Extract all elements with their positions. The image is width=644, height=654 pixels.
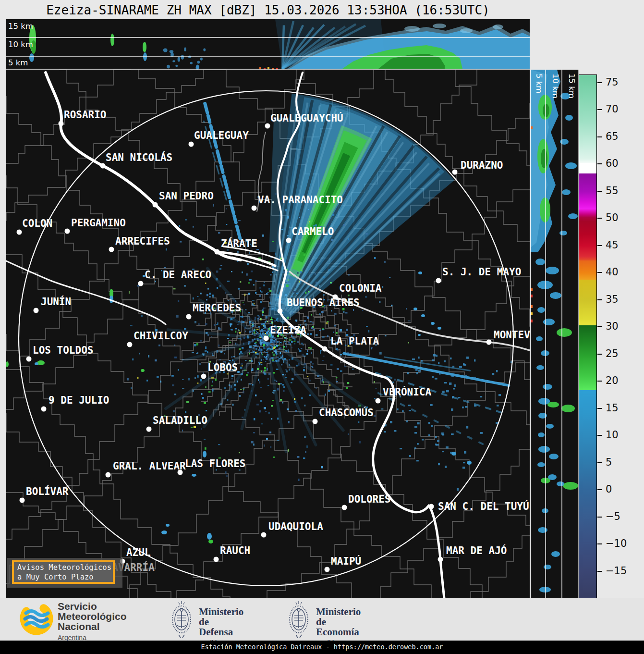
city-dot bbox=[438, 557, 443, 562]
colorbar-tick bbox=[597, 435, 602, 436]
top-cross-section-plot: 15 km10 km5 km bbox=[6, 19, 530, 70]
colorbar-gradient bbox=[579, 74, 597, 598]
city-label: DURAZNO bbox=[461, 160, 503, 171]
city-dot bbox=[265, 123, 270, 129]
city-label: ROSARIO bbox=[64, 109, 107, 121]
city-dot bbox=[186, 314, 192, 320]
city-dot bbox=[59, 121, 64, 126]
city-dot bbox=[138, 281, 144, 286]
colorbar-tick-label: 65 bbox=[606, 131, 619, 142]
city-label: MONTEVIDEO bbox=[494, 329, 530, 341]
city-label: LAS FLORES bbox=[185, 458, 245, 469]
coat-of-arms-icon bbox=[169, 598, 194, 641]
colorbar-tick-label: 70 bbox=[606, 103, 619, 115]
city-label: RAUCH bbox=[220, 545, 250, 556]
city-dot bbox=[313, 419, 318, 424]
colorbar-tick-label: 20 bbox=[606, 375, 619, 386]
height-axis-label: 15 km bbox=[567, 74, 576, 99]
city-label: GUALEGUAYCHÚ bbox=[270, 112, 343, 124]
city-label: LA PLATA bbox=[330, 335, 379, 347]
city-dot bbox=[261, 532, 267, 538]
warning-line2: a Muy Corto Plazo bbox=[17, 572, 113, 582]
city-dot bbox=[436, 278, 441, 284]
colorbar-tick-label: −15 bbox=[606, 565, 627, 577]
colorbar-tick bbox=[597, 571, 602, 572]
colorbar-tick bbox=[597, 381, 602, 382]
radar-map: ROSARIOGUALEGUAYGUALEGUAYCHÚSAN NICOLÁSS… bbox=[6, 70, 530, 598]
city-label: ARRECIFES bbox=[115, 235, 170, 247]
colorbar-tick bbox=[597, 462, 602, 463]
city-label: 9 DE JULIO bbox=[49, 395, 109, 406]
warning-box-backdrop: Avisos Meteorológicos a Muy Corto Plazo bbox=[7, 558, 122, 588]
city-label: COLON bbox=[22, 218, 52, 229]
colorbar-tick-label: 75 bbox=[606, 76, 619, 88]
economia-logo: Ministerio de Economía República Argenti… bbox=[286, 598, 311, 641]
city-label: VA. PARANACITO bbox=[258, 194, 343, 206]
city-label: COLONIA bbox=[339, 283, 382, 294]
city-label: SAN NICOLÁS bbox=[106, 151, 172, 163]
city-dot bbox=[278, 308, 283, 314]
city-label: SAN PEDRO bbox=[159, 190, 214, 202]
colorbar-tick-label: 55 bbox=[606, 185, 619, 197]
colorbar-tick-label: 10 bbox=[606, 429, 619, 441]
side-cross-section-plot: 5 km10 km15 km bbox=[531, 70, 579, 598]
city-label: JUNÍN bbox=[41, 296, 71, 308]
map-panel: ROSARIOGUALEGUAYGUALEGUAYCHÚSAN NICOLÁSS… bbox=[6, 70, 530, 598]
height-axis-label: 10 km bbox=[551, 74, 560, 99]
city-dot bbox=[252, 206, 257, 211]
statusbar-text: Estación Meteorológica Daireaux - https:… bbox=[201, 643, 443, 651]
defensa-line2: de Defensa bbox=[199, 617, 243, 637]
colorbar-tick-label: −10 bbox=[606, 538, 627, 549]
colorbar-tick bbox=[597, 218, 602, 219]
city-dot bbox=[286, 238, 292, 243]
height-axis-label: 10 km bbox=[8, 40, 33, 49]
city-label: SALADILLO bbox=[153, 415, 207, 426]
city-label: MAR DE AJÓ bbox=[446, 544, 507, 556]
colorbar-tick bbox=[597, 163, 602, 164]
city-dot bbox=[20, 498, 25, 503]
colorbar-tick bbox=[597, 245, 602, 246]
height-axis-label: 5 km bbox=[535, 74, 544, 93]
city-dot bbox=[26, 357, 32, 362]
warning-box[interactable]: Avisos Meteorológicos a Muy Corto Plazo bbox=[12, 560, 115, 584]
city-dot bbox=[106, 472, 111, 478]
colorbar-tick bbox=[597, 489, 602, 490]
colorbar-tick-label: 0 bbox=[606, 483, 612, 495]
economia-line1: Ministerio bbox=[316, 607, 361, 617]
city-dot bbox=[376, 398, 381, 404]
city-dot bbox=[452, 170, 458, 175]
city-label: VERÓNICA bbox=[383, 386, 432, 398]
city-dot bbox=[109, 247, 114, 252]
city-label: S. J. DE MAYO bbox=[442, 266, 521, 278]
colorbar-tick-label: 35 bbox=[606, 294, 619, 305]
city-label: LOBOS bbox=[207, 362, 238, 373]
city-label: C. DE ARECO bbox=[145, 269, 211, 281]
colorbar-tick bbox=[597, 354, 602, 355]
smn-logo-icon bbox=[18, 598, 56, 639]
colorbar-tick bbox=[597, 109, 602, 110]
city-label: BUENOS AIRES bbox=[287, 297, 360, 308]
city-label: LOS TOLDOS bbox=[33, 345, 93, 356]
colorbar-tick-label: 15 bbox=[606, 402, 619, 414]
coat-of-arms-icon bbox=[286, 598, 311, 641]
city-label: GRAL. ALVEAR bbox=[113, 460, 186, 472]
city-label: ZÁRATE bbox=[221, 237, 257, 249]
statusbar: Estación Meteorológica Daireaux - https:… bbox=[0, 641, 644, 654]
city-dot bbox=[17, 230, 22, 235]
city-dot bbox=[486, 340, 492, 345]
colorbar-tick-label: 30 bbox=[606, 321, 619, 332]
city-dot bbox=[65, 229, 70, 234]
city-label: CHIVILCOY bbox=[134, 330, 188, 342]
colorbar-tick bbox=[597, 272, 602, 273]
city-dot bbox=[189, 142, 194, 147]
city-dot bbox=[34, 308, 39, 313]
height-axis-label: 5 km bbox=[8, 58, 28, 67]
colorbar-tick bbox=[597, 136, 602, 137]
city-dot bbox=[201, 374, 207, 379]
smn-line2: Meteorológico bbox=[58, 611, 127, 621]
city-dot bbox=[41, 407, 47, 412]
city-dot bbox=[342, 505, 347, 510]
city-label: BOLÍVAR bbox=[26, 485, 69, 497]
colorbar-tick bbox=[597, 408, 602, 409]
colorbar-tick bbox=[597, 543, 602, 544]
